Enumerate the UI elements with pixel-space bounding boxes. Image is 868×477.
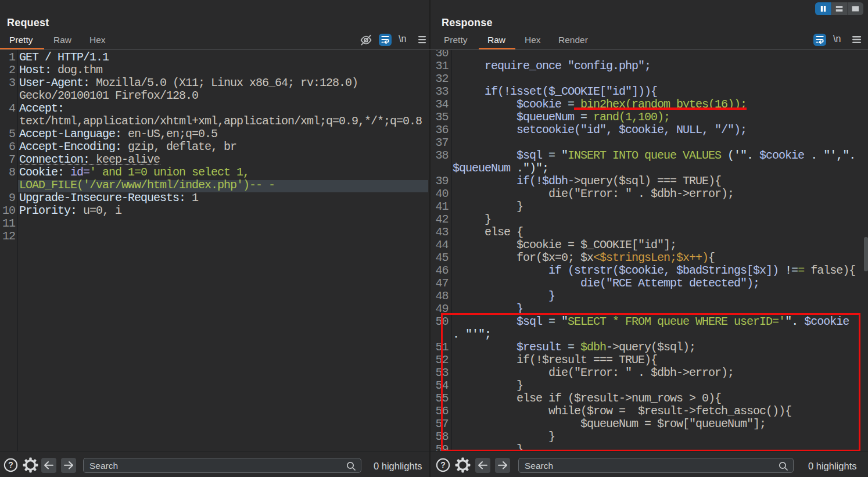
svg-text:?: ? xyxy=(440,460,446,469)
svg-text:?: ? xyxy=(8,460,13,469)
